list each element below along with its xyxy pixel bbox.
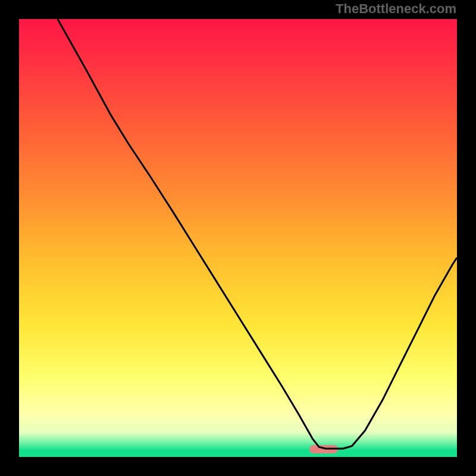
frame-border-left — [0, 0, 19, 476]
bottleneck-curve — [19, 19, 457, 457]
frame-border-right — [457, 0, 476, 476]
chart-frame: TheBottleneck.com — [0, 0, 476, 476]
curve-path — [58, 19, 457, 449]
watermark-text: TheBottleneck.com — [336, 1, 456, 17]
frame-border-bottom — [0, 457, 476, 476]
plot-area — [19, 19, 457, 457]
